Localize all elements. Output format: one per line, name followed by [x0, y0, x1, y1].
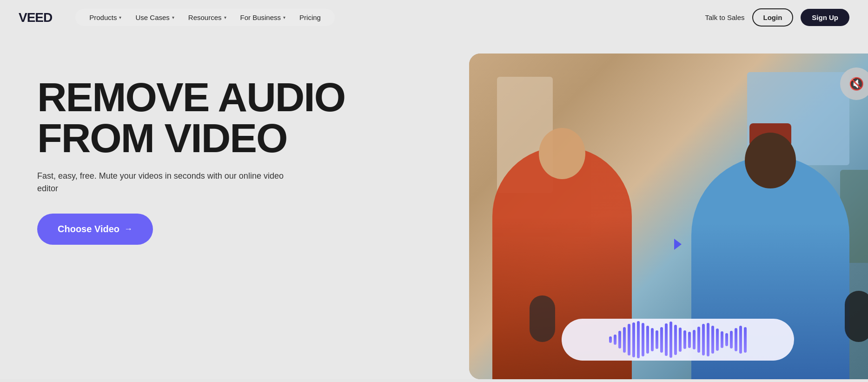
waveform-bar: [609, 336, 612, 343]
chevron-down-icon: ▾: [119, 15, 121, 20]
nav-use-cases[interactable]: Use Cases ▾: [135, 13, 174, 21]
waveform-bar: [716, 328, 719, 351]
hero-title: REMOVE AUDIO FROM VIDEO: [37, 77, 423, 159]
waveform-bar: [656, 330, 658, 349]
waveform-bar: [739, 326, 742, 354]
choose-video-button[interactable]: Choose Video →: [37, 214, 153, 245]
microphone-right: [845, 291, 868, 342]
waveform-bar: [665, 323, 668, 356]
waveform-bar: [683, 330, 686, 349]
waveform-bar: [674, 325, 677, 355]
waveform-bar: [614, 335, 616, 345]
waveform-bar: [632, 322, 635, 357]
waveform-bar: [697, 327, 700, 353]
waveform-bar: [693, 330, 696, 349]
play-indicator: [674, 239, 682, 250]
microphone-left: [530, 295, 555, 342]
nav-for-business[interactable]: For Business ▾: [240, 13, 286, 21]
chevron-down-icon: ▾: [283, 15, 285, 20]
waveform-bar: [735, 328, 737, 351]
nav-right: Talk to Sales Login Sign Up: [705, 8, 849, 27]
hero-subtitle: Fast, easy, free. Mute your videos in se…: [37, 170, 288, 195]
waveform-bar: [725, 333, 728, 346]
person-left-head: [539, 128, 585, 179]
waveform-bar: [688, 332, 691, 348]
hero-left: REMOVE AUDIO FROM VIDEO Fast, easy, free…: [37, 54, 423, 245]
waveform-bar: [642, 323, 644, 356]
logo[interactable]: VEED: [19, 10, 52, 25]
hero-image: 🔇: [469, 54, 868, 379]
login-button[interactable]: Login: [752, 8, 794, 27]
waveform-bar: [623, 327, 626, 353]
waveform-bar: [646, 326, 649, 354]
waveform-bar: [660, 327, 663, 353]
chevron-down-icon: ▾: [172, 15, 174, 20]
waveform-bar: [637, 321, 640, 358]
talk-to-sales-link[interactable]: Talk to Sales: [705, 13, 744, 21]
waveform-bar: [711, 326, 714, 354]
nav-pricing[interactable]: Pricing: [299, 13, 321, 21]
waveform-bar: [702, 324, 705, 355]
waveform-pill: [562, 319, 794, 361]
waveform-bar: [721, 331, 723, 348]
waveform-bar: [651, 328, 654, 351]
waveform-bar: [679, 328, 682, 352]
navbar: VEED Products ▾ Use Cases ▾ Resources ▾ …: [0, 0, 868, 35]
arrow-right-icon: →: [124, 224, 133, 234]
waveform-bar: [707, 323, 709, 356]
mute-icon: 🔇: [849, 77, 864, 91]
waveform-bar: [730, 331, 733, 348]
nav-pill: Products ▾ Use Cases ▾ Resources ▾ For B…: [75, 9, 335, 26]
waveform-bar: [744, 327, 747, 353]
person-right-head: [745, 133, 796, 188]
nav-products[interactable]: Products ▾: [89, 13, 121, 21]
waveform-bar: [669, 322, 672, 358]
photo-background: 🔇: [469, 54, 868, 379]
hero-image-area: 🔇: [441, 54, 859, 379]
nav-resources[interactable]: Resources ▾: [188, 13, 226, 21]
signup-button[interactable]: Sign Up: [801, 9, 849, 26]
hero-section: REMOVE AUDIO FROM VIDEO Fast, easy, free…: [0, 35, 868, 379]
waveform-bar: [628, 324, 630, 355]
waveform-bar: [618, 331, 621, 348]
chevron-down-icon: ▾: [224, 15, 226, 20]
